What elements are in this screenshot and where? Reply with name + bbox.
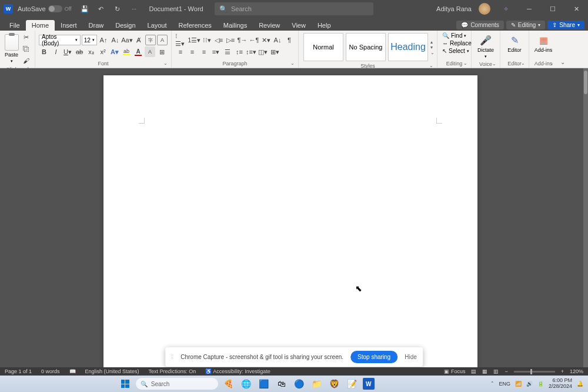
underline-button[interactable]: U▾ (62, 46, 73, 57)
document-page[interactable]: ⬉ (103, 75, 477, 370)
tab-review[interactable]: Review (253, 20, 286, 31)
style-normal[interactable]: Normal (303, 33, 343, 61)
taskbar-app-edge[interactable]: 🟦 (257, 377, 271, 391)
maximize-button[interactable]: ☐ (544, 3, 561, 15)
share-button[interactable]: ⇪Share▾ (547, 21, 584, 29)
char-shading-button[interactable]: A (145, 46, 155, 57)
word-count[interactable]: 0 words (41, 368, 60, 374)
taskbar-app-brave[interactable]: 🦁 (328, 377, 342, 391)
font-name-combo[interactable]: Aptos (Body)▾ (39, 35, 81, 45)
vertical-scrollbar[interactable] (583, 68, 588, 370)
paste-button[interactable]: Paste ▾ (4, 34, 19, 64)
tab-layout[interactable]: Layout (142, 20, 173, 31)
tab-design[interactable]: Design (109, 20, 141, 31)
taskbar-app-notepad[interactable]: 📝 (345, 377, 359, 391)
numbering-button[interactable]: 1☰▾ (188, 35, 201, 45)
tab-insert[interactable]: Insert (55, 20, 83, 31)
spell-check-icon[interactable]: 📖 (69, 368, 76, 374)
save-icon[interactable]: 💾 (80, 4, 89, 14)
zoom-out-button[interactable]: − (505, 368, 507, 374)
multilevel-list-button[interactable]: ⁝⁝▾ (202, 35, 212, 45)
user-name[interactable]: Aditya Rana (436, 5, 472, 12)
tab-references[interactable]: References (173, 20, 218, 31)
undo-icon[interactable]: ↶ (96, 4, 106, 14)
text-predictions[interactable]: Text Predictions: On (149, 368, 196, 374)
focus-mode[interactable]: ▣ Focus (444, 368, 465, 374)
redo-icon[interactable]: ↻ (113, 4, 122, 14)
tab-view[interactable]: View (286, 20, 312, 31)
superscript-button[interactable]: x² (98, 46, 108, 57)
bold-button[interactable]: B (39, 46, 49, 57)
system-tray[interactable]: ˄ ENG 📶 🔊 🔋 6:00 PM 2/28/2024 🔔 (491, 378, 583, 390)
align-center-button[interactable]: ≡ (187, 46, 198, 57)
sort-button[interactable]: A↓ (272, 35, 283, 45)
language[interactable]: English (United States) (85, 368, 139, 374)
taskbar-app-chrome[interactable]: 🔵 (292, 377, 306, 391)
shrink-font-button[interactable]: A↓ (110, 35, 121, 45)
borders-button[interactable]: ⊞▾ (269, 46, 280, 57)
toggle-switch-icon[interactable] (48, 5, 62, 12)
tab-home[interactable]: Home (26, 20, 55, 31)
hide-button[interactable]: Hide (405, 354, 417, 360)
char-border-button[interactable]: ⊞ (156, 46, 167, 57)
font-size-combo[interactable]: 12▾ (82, 35, 97, 45)
search-input[interactable]: 🔍 Search (215, 2, 373, 15)
format-painter-button[interactable]: 🖌 (21, 55, 31, 66)
align-right-button[interactable]: ≡ (199, 46, 209, 57)
qat-more-icon[interactable]: ⋯ (129, 4, 139, 14)
taskbar-app-word[interactable]: W (363, 378, 375, 390)
zoom-level[interactable]: 120% (570, 368, 583, 374)
justify-button[interactable]: ≡▾ (211, 46, 221, 57)
find-button[interactable]: 🔍Find▾ (441, 32, 467, 39)
italic-button[interactable]: I (51, 46, 61, 57)
copy-button[interactable]: ⿻ (21, 44, 31, 54)
ltr-button[interactable]: ¶→ (237, 35, 248, 45)
tab-mailings[interactable]: Mailings (218, 20, 253, 31)
addins-button[interactable]: ▦ Add-ins (533, 32, 554, 55)
cut-button[interactable]: ✂ (21, 32, 31, 42)
style-no-spacing[interactable]: No Spacing (346, 33, 386, 61)
wifi-icon[interactable]: 📶 (515, 381, 522, 387)
zoom-in-button[interactable]: + (561, 368, 564, 374)
read-mode-view-icon[interactable]: ▦ (482, 368, 487, 374)
dictate-button[interactable]: 🎤 Dictate ▾ (475, 32, 496, 61)
tab-file[interactable]: File (4, 20, 26, 31)
stop-sharing-button[interactable]: Stop sharing (350, 351, 397, 363)
page-number[interactable]: Page 1 of 1 (5, 368, 32, 374)
clock[interactable]: 6:00 PM 2/28/2024 (549, 378, 572, 390)
subscript-button[interactable]: x₂ (86, 46, 96, 57)
web-layout-view-icon[interactable]: ▥ (493, 368, 499, 374)
styles-scroll[interactable]: ▴ ▾ ⌄ (430, 39, 435, 55)
font-color-button[interactable]: A (133, 46, 143, 57)
close-button[interactable]: ✕ (568, 3, 584, 15)
strikethrough-button[interactable]: ab (74, 46, 85, 57)
taskbar-search[interactable]: 🔍 Search (136, 378, 218, 390)
decrease-indent-button[interactable]: ◁≡ (213, 35, 224, 45)
grow-font-button[interactable]: A↑ (98, 35, 109, 45)
battery-icon[interactable]: 🔋 (537, 381, 544, 387)
expand-gallery-icon[interactable]: ⌄ (430, 50, 435, 55)
text-effects-button[interactable]: A▾ (109, 46, 120, 57)
select-button[interactable]: ↖Select▾ (441, 47, 467, 55)
enclose-chars-button[interactable]: A (157, 35, 168, 45)
autosave-toggle[interactable]: AutoSave Off (18, 5, 72, 12)
clear-formatting-button[interactable]: A̸ (133, 35, 144, 45)
collapse-ribbon-button[interactable]: ⌄ (557, 31, 568, 68)
rtl-button[interactable]: ←¶ (249, 35, 259, 45)
zoom-slider[interactable] (514, 371, 555, 373)
document-area[interactable]: ⬉ (0, 68, 583, 370)
style-heading[interactable]: Heading (388, 33, 428, 61)
avatar[interactable] (479, 3, 490, 15)
taskbar-app-store[interactable]: 🛍 (275, 377, 289, 391)
comments-button[interactable]: 💬Comments (456, 21, 503, 29)
taskbar-app-misc[interactable]: 🍕 (222, 377, 236, 391)
bullets-button[interactable]: ⁝☰▾ (175, 35, 186, 45)
scroll-up-icon[interactable]: ▴ (430, 39, 435, 45)
tray-language-icon[interactable]: ENG (499, 381, 510, 387)
line-spacing2-button[interactable]: ↕≡▾ (246, 46, 256, 57)
drag-handle-icon[interactable]: ⦙⦙ (171, 354, 173, 361)
taskbar-app-explorer[interactable]: 📁 (310, 377, 324, 391)
accessibility[interactable]: ♿ Accessibility: Investigate (205, 368, 270, 374)
phonetic-guide-button[interactable]: 字 (145, 35, 156, 45)
increase-indent-button[interactable]: ▷≡ (225, 35, 236, 45)
